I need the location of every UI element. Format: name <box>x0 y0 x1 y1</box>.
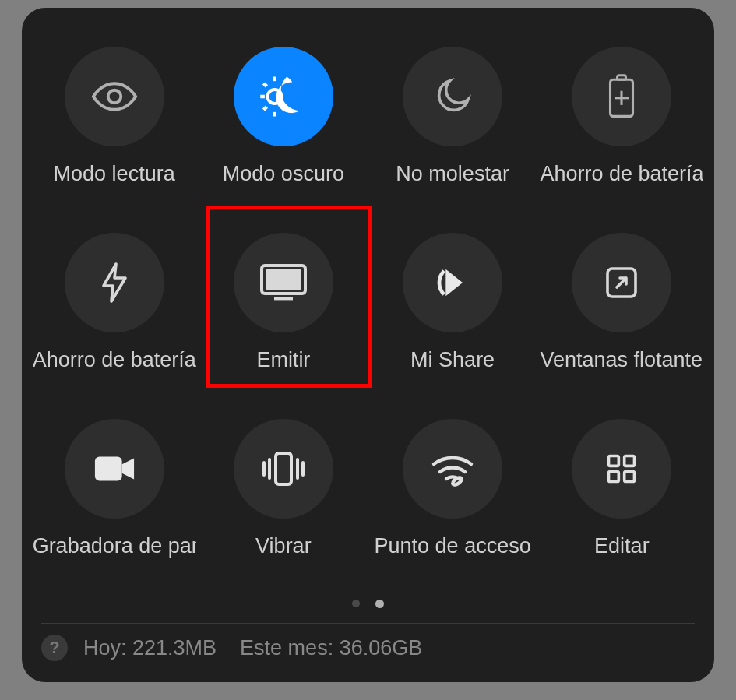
footer: ? Hoy: 221.3MB Este mes: 36.06GB <box>41 635 695 661</box>
quick-settings-panel: Modo lectura Modo oscuro <box>22 8 714 682</box>
page-dot <box>352 600 360 607</box>
tile-battery-saver[interactable]: Ahorro de batería <box>537 47 706 186</box>
tile-label: Ahorro de batería <box>33 348 196 372</box>
tile-label: Modo oscuro <box>223 162 344 186</box>
tile-label: Modo lectura <box>54 162 175 186</box>
tile-label: Ventanas flotantes <box>540 348 703 372</box>
tile-dark-mode[interactable]: Modo oscuro <box>199 47 368 186</box>
grid-icon <box>572 419 671 519</box>
cast-icon <box>234 233 333 332</box>
svg-rect-16 <box>276 453 291 484</box>
svg-rect-23 <box>625 456 635 466</box>
mishare-icon <box>403 233 502 332</box>
eye-icon <box>65 47 164 146</box>
data-usage-today[interactable]: Hoy: 221.3MB <box>83 636 217 660</box>
tile-label: Editar <box>594 534 650 558</box>
tile-label: Grabadora de pantalla <box>33 534 196 558</box>
battery-plus-icon <box>572 47 671 146</box>
tile-vibrate[interactable]: Vibrar <box>199 419 368 558</box>
tile-reading-mode[interactable]: Modo lectura <box>30 47 199 186</box>
svg-rect-24 <box>609 472 619 482</box>
tile-cast[interactable]: Emitir <box>199 233 368 372</box>
tile-do-not-disturb[interactable]: No molestar <box>368 47 537 186</box>
tile-label: Punto de acceso <box>375 534 531 558</box>
tile-mi-share[interactable]: Mi Share <box>368 233 537 372</box>
svg-rect-13 <box>274 297 293 300</box>
svg-rect-12 <box>266 269 301 290</box>
tile-label: Emitir <box>256 348 310 372</box>
svg-line-5 <box>263 107 266 110</box>
dark-mode-icon <box>234 47 333 146</box>
divider <box>41 623 695 624</box>
tile-screen-recorder[interactable]: Grabadora de pantalla <box>30 419 199 558</box>
moon-icon <box>403 47 502 146</box>
tile-floating-windows[interactable]: Ventanas flotantes <box>537 233 706 372</box>
svg-rect-8 <box>618 76 626 79</box>
vibrate-icon <box>234 419 333 519</box>
tile-label: No molestar <box>396 162 509 186</box>
svg-line-4 <box>263 83 266 86</box>
bolt-icon <box>65 233 164 332</box>
tile-battery-saver-2[interactable]: Ahorro de batería <box>30 233 199 372</box>
tile-label: Vibrar <box>255 534 312 558</box>
video-icon <box>65 419 164 519</box>
page-dot-active <box>375 600 384 608</box>
tile-label: Ahorro de batería <box>540 162 703 186</box>
tile-edit[interactable]: Editar <box>537 419 706 558</box>
svg-rect-25 <box>625 472 635 482</box>
help-glyph: ? <box>49 638 59 658</box>
hotspot-icon <box>403 419 502 519</box>
float-window-icon <box>572 233 671 332</box>
page-indicator[interactable] <box>22 600 714 608</box>
help-icon[interactable]: ? <box>41 635 68 661</box>
tile-hotspot[interactable]: Punto de acceso <box>368 419 537 558</box>
svg-point-0 <box>107 90 121 104</box>
tiles-grid: Modo lectura Modo oscuro <box>22 47 714 558</box>
svg-rect-15 <box>95 457 122 481</box>
data-usage-month[interactable]: Este mes: 36.06GB <box>240 636 422 660</box>
svg-rect-22 <box>609 456 619 466</box>
tile-label: Mi Share <box>410 348 495 372</box>
